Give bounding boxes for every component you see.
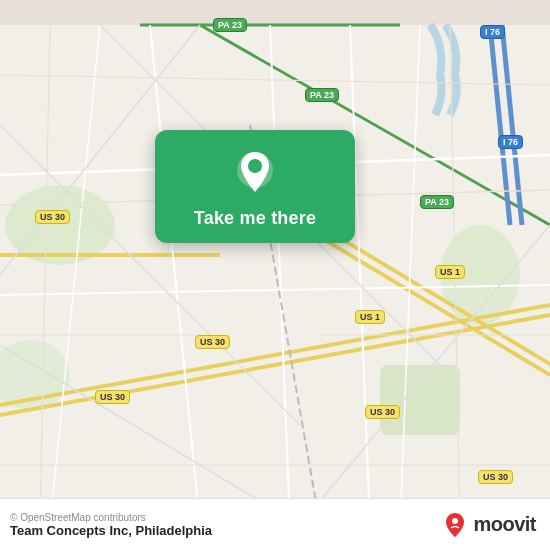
take-me-there-card[interactable]: Take me there (155, 130, 355, 243)
route-badge-us1-right: US 1 (435, 265, 465, 279)
route-badge-us30-bottom-left: US 30 (95, 390, 130, 404)
osm-attribution: © OpenStreetMap contributors (10, 512, 212, 523)
map-container: PA 23 I 76 PA 23 US 30 PA 23 I 76 US 30 … (0, 0, 550, 550)
svg-point-35 (248, 159, 262, 173)
bottom-left: © OpenStreetMap contributors Team Concep… (10, 512, 212, 538)
take-me-label: Take me there (194, 208, 316, 229)
svg-rect-4 (380, 365, 460, 435)
route-badge-us30-mid: US 30 (195, 335, 230, 349)
location-name: Team Concepts Inc, Philadelphia (10, 523, 212, 538)
route-badge-us30-bottom-right: US 30 (365, 405, 400, 419)
route-badge-pa23-right: PA 23 (420, 195, 454, 209)
route-badge-us1-mid: US 1 (355, 310, 385, 324)
route-badge-i76-right: I 76 (480, 25, 505, 39)
map-background (0, 0, 550, 550)
bottom-bar: © OpenStreetMap contributors Team Concep… (0, 498, 550, 550)
route-badge-us30-far-right: US 30 (478, 470, 513, 484)
moovit-brand-icon (441, 511, 469, 539)
location-pin-icon (229, 148, 281, 200)
route-badge-pa23-top: PA 23 (213, 18, 247, 32)
moovit-text: moovit (473, 513, 536, 536)
route-badge-us30-left: US 30 (35, 210, 70, 224)
route-badge-i76-right2: I 76 (498, 135, 523, 149)
route-badge-pa23-mid: PA 23 (305, 88, 339, 102)
svg-point-36 (452, 518, 458, 524)
moovit-logo: moovit (441, 511, 536, 539)
